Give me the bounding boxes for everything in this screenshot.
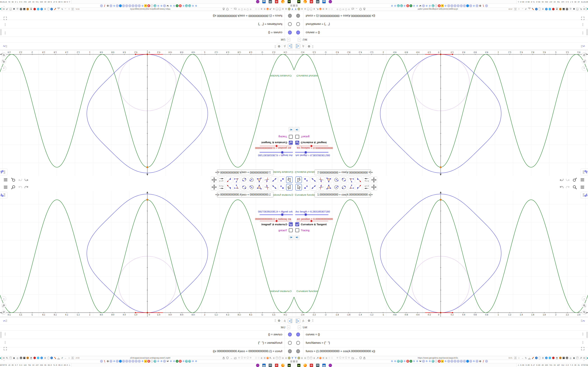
bookmark-favicon-google[interactable]: G	[416, 360, 419, 363]
bookmark-favicon-swirl[interactable]	[185, 4, 188, 7]
trash-icon[interactable]	[556, 8, 558, 10]
olive-icon[interactable]	[288, 8, 291, 10]
algebra-stylebar-toggle[interactable]	[3, 318, 8, 323]
plus-icon[interactable]: +	[545, 357, 548, 359]
curvature-tangent-checkbox[interactable]	[289, 141, 293, 145]
gear-icon[interactable]: ⚙	[322, 8, 325, 10]
algebra-row-funcnames[interactable]: funcNames = {" "}	[0, 20, 294, 28]
tracing-checkbox[interactable]	[289, 135, 293, 139]
step-animation-button[interactable]	[294, 127, 299, 132]
oval-icon[interactable]	[539, 357, 541, 359]
puzzle-icon[interactable]	[576, 8, 578, 10]
trash-icon[interactable]	[556, 357, 558, 359]
flower-icon[interactable]: ⚙	[44, 357, 46, 359]
arc-length-slider[interactable]	[259, 152, 293, 153]
bookmark-favicon-google[interactable]: G	[391, 4, 393, 7]
translate-icon[interactable]: A	[71, 357, 74, 359]
gear-icon[interactable]: ⚙	[263, 8, 266, 10]
algebra-stylebar-toggle[interactable]	[580, 44, 585, 49]
arc-length-slider-knob[interactable]	[304, 151, 307, 154]
globe-icon[interactable]: ⊕	[325, 357, 328, 359]
curvature-tangent-checkbox[interactable]	[295, 222, 299, 226]
back-arrow-icon[interactable]: ←	[230, 357, 233, 359]
bookmark-favicon-flower[interactable]	[100, 4, 103, 7]
row-menu-button[interactable]	[5, 341, 5, 344]
tool-perpendicular-line-button[interactable]	[318, 184, 324, 191]
globe-icon[interactable]: ⊕	[260, 357, 263, 359]
star-icon[interactable]: ☆	[68, 357, 70, 359]
undo-button[interactable]	[559, 185, 564, 190]
bookmark-favicon-gear[interactable]: ⚙	[106, 360, 109, 363]
algebra-more-button[interactable]	[275, 45, 276, 48]
algebra-fx-button[interactable]: fx	[282, 318, 287, 323]
bookmark-favicon-flower[interactable]	[460, 360, 463, 363]
visibility-marble[interactable]	[296, 349, 300, 353]
tool-move-button[interactable]	[295, 184, 302, 191]
algebra-stylebar-toggle[interactable]	[3, 44, 8, 49]
address-bar-url[interactable]: https://www.geogebra.org/classic/aagcxh3…	[418, 8, 458, 10]
bookmark-favicon-wave[interactable]: V	[409, 360, 412, 363]
bookmark-favicon-info[interactable]: i	[150, 4, 153, 7]
bookmark-favicon-flower[interactable]	[100, 360, 103, 363]
tool-perpendicular-line-button[interactable]	[264, 176, 270, 183]
gauge-icon[interactable]	[307, 357, 309, 359]
taskbar-app-screenshot-tool[interactable]	[269, 0, 272, 3]
ghost-icon[interactable]	[255, 8, 257, 10]
gauge-icon[interactable]	[310, 8, 312, 10]
lock-icon[interactable]	[363, 357, 366, 359]
gear-icon[interactable]: ⚙	[3, 357, 5, 359]
zoom-out-button[interactable]	[1, 53, 6, 57]
shield-icon[interactable]: ▾	[37, 357, 39, 359]
bookmark-favicon-info[interactable]: i	[435, 360, 438, 363]
arc-position-slider-knob[interactable]	[311, 220, 312, 222]
algebra-scrollbar[interactable]	[0, 29, 1, 35]
arc-length-slider-knob[interactable]	[304, 213, 307, 216]
globe-icon[interactable]: ⊕	[272, 357, 275, 359]
firefox-icon[interactable]	[319, 357, 321, 359]
algebra-tree-view-button[interactable]	[288, 44, 293, 49]
bookmark-favicon-yandex[interactable]: Я	[438, 360, 441, 363]
curvature-tangent-checkbox[interactable]	[289, 222, 293, 226]
tool-line-button[interactable]	[271, 176, 277, 183]
address-bar-url[interactable]: https://www.geogebra.org/classic/aagcxh3…	[418, 357, 458, 359]
arc-position-slider[interactable]	[260, 221, 292, 221]
algebra-row-funcnames[interactable]: funcNames = {" "}	[294, 20, 588, 28]
box-icon[interactable]	[563, 357, 565, 359]
visibility-marble[interactable]	[288, 14, 292, 18]
arc-position-slider-knob[interactable]	[276, 220, 277, 222]
bookmark-favicon-flower[interactable]	[125, 360, 128, 363]
tool-perpendicular-line-button[interactable]	[318, 176, 324, 183]
red-circle-icon[interactable]	[552, 357, 554, 359]
zoom-search-button[interactable]	[11, 185, 16, 190]
visibility-marble[interactable]	[296, 22, 300, 26]
bookmark-favicon-flower[interactable]	[132, 4, 134, 7]
bookmark-favicon-swirl[interactable]	[154, 4, 156, 7]
globe-icon[interactable]: ⊕	[260, 8, 263, 10]
y-icon[interactable]: Y	[291, 357, 294, 359]
algebra-scrollbar[interactable]	[0, 332, 1, 338]
folder-icon[interactable]	[351, 8, 354, 10]
globe-icon[interactable]: ⊕	[304, 357, 306, 359]
taskbar-app-drive-green[interactable]	[287, 0, 291, 3]
bookmark-favicon-blue[interactable]	[466, 4, 469, 7]
tool-move-view-button[interactable]	[211, 176, 217, 183]
bookmark-favicon-wiki[interactable]: W	[166, 360, 169, 363]
bookmark-favicon-flower[interactable]	[132, 360, 134, 363]
pause-icon[interactable]	[291, 360, 294, 362]
flower-icon[interactable]: ⚙	[542, 8, 544, 10]
tool-point-button[interactable]: A	[279, 184, 285, 191]
zoom-search-button[interactable]	[572, 177, 577, 182]
row-menu-button[interactable]	[583, 332, 583, 336]
shield-icon[interactable]	[359, 357, 362, 359]
bookmark-favicon-swirl[interactable]	[432, 360, 434, 363]
marker-icon[interactable]	[532, 8, 534, 10]
bookmark-favicon-google[interactable]: G	[157, 4, 160, 7]
tool-polygon-button[interactable]	[326, 176, 332, 183]
trash-icon[interactable]	[30, 8, 32, 10]
taskbar-app-floppy-64[interactable]	[262, 364, 266, 367]
translate-icon[interactable]: A	[71, 8, 74, 10]
ghost-icon[interactable]	[255, 357, 257, 359]
bookmark-favicon-flower[interactable]	[454, 4, 456, 7]
bookmark-favicon-google[interactable]: G	[413, 4, 415, 7]
bookmark-favicon-google[interactable]: G	[425, 360, 428, 363]
